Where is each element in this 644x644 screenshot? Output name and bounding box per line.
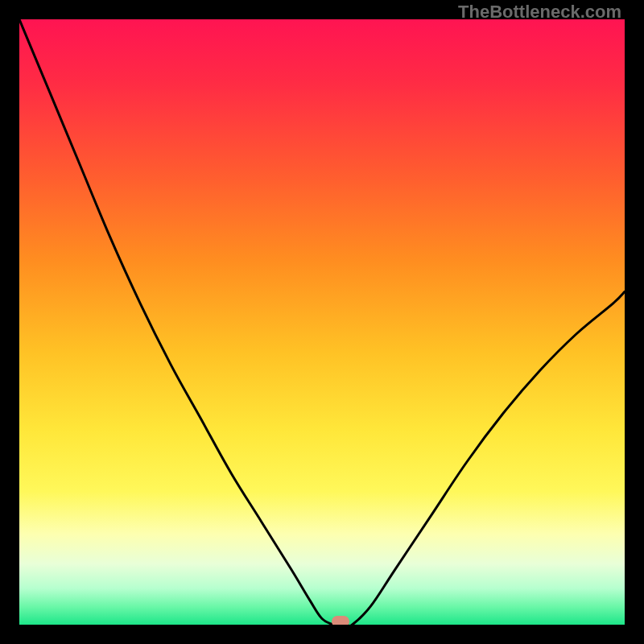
- chart-frame: TheBottleneck.com: [0, 0, 644, 644]
- optimal-point-marker: [332, 616, 349, 625]
- plot-area: [19, 19, 625, 625]
- curve-layer: [19, 19, 625, 625]
- watermark-text: TheBottleneck.com: [458, 2, 621, 23]
- bottleneck-curve: [19, 19, 625, 625]
